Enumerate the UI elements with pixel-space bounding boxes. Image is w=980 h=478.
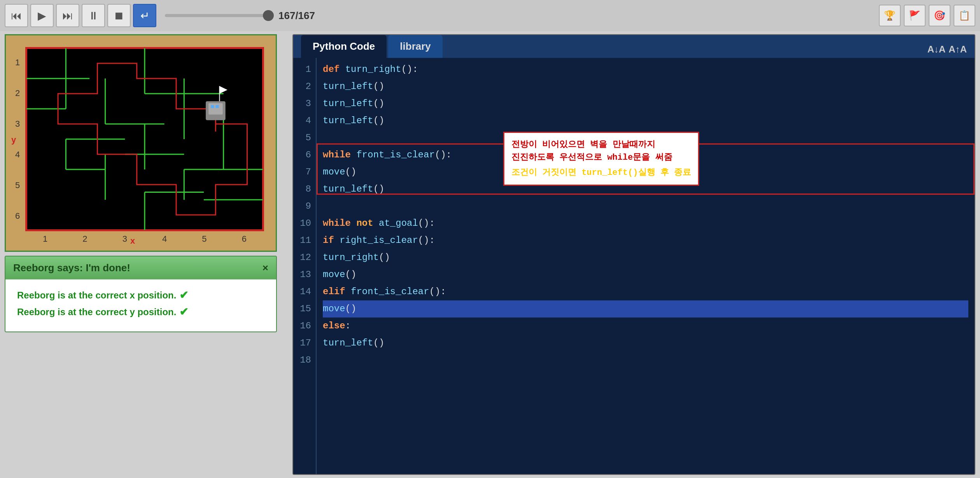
- code-line-11: if right_is_clear():: [323, 232, 968, 249]
- x-label-2: 2: [82, 234, 87, 244]
- x-label-5: 5: [202, 234, 206, 244]
- code-line-17: turn_left(): [323, 335, 968, 352]
- maze-svg: [26, 48, 263, 230]
- x-label-1: 1: [43, 234, 47, 244]
- return-button[interactable]: ↵: [133, 4, 156, 27]
- code-line-3: turn_left(): [323, 95, 968, 112]
- tab-library[interactable]: library: [388, 35, 443, 58]
- y-labels: 6 5 4 3 2 1: [10, 47, 25, 231]
- pause-button[interactable]: ⏸: [82, 4, 105, 27]
- next-button[interactable]: ⏭: [56, 4, 79, 27]
- line-num-7: 7: [293, 164, 311, 181]
- x-label-6: 6: [242, 234, 247, 244]
- line-num-2: 2: [293, 78, 311, 95]
- speed-slider[interactable]: [165, 14, 274, 17]
- play-button[interactable]: ▶: [30, 4, 54, 27]
- tabs-left: Python Code library: [301, 35, 443, 58]
- line-num-9: 9: [293, 198, 311, 215]
- tab-python-code[interactable]: Python Code: [301, 35, 387, 58]
- code-line-14: elif front_is_clear():: [323, 283, 968, 300]
- first-button[interactable]: ⏮: [5, 4, 28, 27]
- annotation-line-1: 전방이 비어있으면 벽을 만날때까지: [511, 138, 691, 151]
- code-area: 1 2 3 4 5 6 7 8 9 10 11 12 13 14 15 16 1…: [293, 58, 975, 474]
- y-label-2: 2: [15, 88, 20, 98]
- target-icon[interactable]: 🎯: [929, 5, 950, 26]
- code-line-1: def turn_right():: [323, 61, 968, 78]
- right-toolbar: 🏆 🚩 🎯 📋: [879, 5, 975, 26]
- world-inner: y 6 5 4 3 2 1: [10, 39, 272, 247]
- line-num-4: 4: [293, 112, 311, 129]
- code-content[interactable]: 전방이 비어있으면 벽을 만날때까지 진진하도록 우선적으로 while문을 써…: [317, 58, 975, 474]
- code-line-16: else:: [323, 318, 968, 335]
- message-line-2: Reeborg is at the correct y position. ✔: [17, 305, 264, 318]
- clipboard-icon[interactable]: 📋: [954, 5, 975, 26]
- line-numbers: 1 2 3 4 5 6 7 8 9 10 11 12 13 14 15 16 1…: [293, 58, 317, 474]
- annotation-line-2: 진진하도록 우선적으로 while문을 써줌: [511, 151, 691, 164]
- svg-rect-23: [211, 105, 214, 108]
- font-increase-button[interactable]: A↑A: [948, 44, 967, 55]
- code-line-13: move(): [323, 266, 968, 283]
- line-num-5: 5: [293, 129, 311, 147]
- line-num-18: 18: [293, 352, 311, 369]
- annotation-line-3: 조건이 거짓이면 turn_left()실행 후 종료: [511, 166, 691, 179]
- x-label-3: 3: [122, 234, 127, 244]
- message-close-button[interactable]: ×: [262, 262, 268, 274]
- font-controls: A↓A A↑A: [928, 44, 967, 58]
- flag-icon[interactable]: 🚩: [904, 5, 926, 26]
- trophy-icon[interactable]: 🏆: [879, 5, 901, 26]
- y-label-6: 6: [15, 211, 20, 221]
- stop-button[interactable]: ⏹: [107, 4, 131, 27]
- check-icon-2: ✔: [179, 305, 188, 318]
- world-canvas: y 6 5 4 3 2 1: [5, 34, 277, 252]
- code-line-15: move(): [323, 300, 968, 318]
- message-line-1: Reeborg is at the correct x position. ✔: [17, 289, 264, 302]
- y-label-3: 3: [15, 119, 20, 129]
- code-line-10: while not at_goal():: [323, 215, 968, 232]
- y-label-5: 5: [15, 180, 20, 190]
- code-line-9: [323, 198, 968, 215]
- line-num-1: 1: [293, 61, 311, 78]
- line-num-17: 17: [293, 335, 311, 352]
- code-line-4: turn_left(): [323, 112, 968, 129]
- maze-background: [25, 47, 264, 231]
- line-num-8: 8: [293, 181, 311, 198]
- message-text-2: Reeborg is at the correct y position.: [17, 307, 176, 318]
- line-num-3: 3: [293, 95, 311, 112]
- svg-rect-24: [215, 105, 219, 108]
- line-num-10: 10: [293, 215, 311, 232]
- message-title: Reeborg says: I'm done!: [13, 262, 130, 274]
- annotation-box: 전방이 비어있으면 벽을 만날때까지 진진하도록 우선적으로 while문을 써…: [503, 132, 699, 186]
- svg-marker-26: [220, 86, 228, 94]
- line-num-14: 14: [293, 283, 311, 300]
- message-header: Reeborg says: I'm done! ×: [5, 256, 276, 279]
- line-num-13: 13: [293, 266, 311, 283]
- y-label-1: 1: [15, 58, 20, 68]
- toolbar: ⏮ ▶ ⏭ ⏸ ⏹ ↵ 167/167 🏆 🚩 🎯 📋: [0, 0, 980, 31]
- tabs-bar: Python Code library A↓A A↑A: [293, 35, 975, 58]
- line-num-6: 6: [293, 147, 311, 164]
- line-num-11: 11: [293, 232, 311, 249]
- y-label-4: 4: [15, 150, 20, 160]
- message-text-1: Reeborg is at the correct x position.: [17, 290, 176, 301]
- code-line-18: [323, 352, 968, 369]
- code-line-12: turn_right(): [323, 249, 968, 266]
- message-body: Reeborg is at the correct x position. ✔ …: [5, 279, 276, 331]
- main-content: y 6 5 4 3 2 1: [0, 31, 980, 478]
- code-line-2: turn_left(): [323, 78, 968, 95]
- line-num-12: 12: [293, 249, 311, 266]
- line-num-16: 16: [293, 318, 311, 335]
- x-label-4: 4: [162, 234, 167, 244]
- svg-rect-22: [208, 103, 222, 114]
- message-box: Reeborg says: I'm done! × Reeborg is at …: [5, 256, 277, 332]
- code-editor: Python Code library A↓A A↑A 1 2 3 4 5 6 …: [292, 34, 975, 475]
- check-icon-1: ✔: [179, 289, 188, 302]
- x-labels: 1 2 3 4 5 6: [25, 231, 264, 247]
- font-decrease-button[interactable]: A↓A: [928, 44, 946, 55]
- slider-thumb[interactable]: [263, 10, 274, 21]
- speed-slider-area: 167/167: [165, 10, 315, 22]
- line-num-15: 15: [293, 300, 311, 318]
- left-panel: y 6 5 4 3 2 1: [5, 34, 285, 475]
- step-counter: 167/167: [278, 10, 315, 22]
